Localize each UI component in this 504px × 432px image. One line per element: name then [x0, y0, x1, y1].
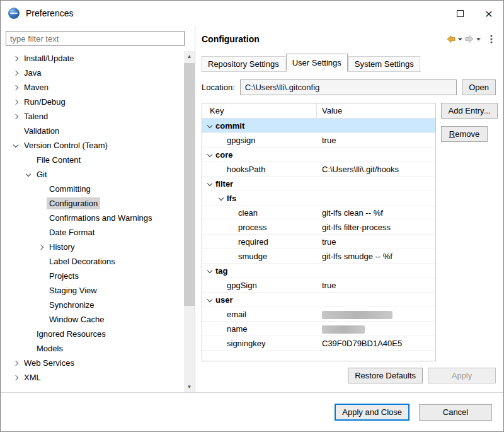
tree-item-history[interactable]: History	[6, 240, 184, 254]
cancel-button[interactable]: Cancel	[419, 404, 492, 421]
scroll-down-icon[interactable]: ▼	[184, 382, 195, 392]
chevron-spacer	[227, 251, 238, 262]
tree-item-models[interactable]: Models	[6, 341, 184, 356]
tab-repository-settings[interactable]: Repository Settings	[202, 56, 285, 71]
config-row-required[interactable]: required true	[202, 235, 435, 249]
tree-item-talend[interactable]: Talend	[6, 109, 184, 124]
tree-item-configuration[interactable]: Configuration	[6, 196, 184, 211]
config-key: smudge	[238, 252, 267, 261]
forward-history-dropdown[interactable]	[475, 33, 482, 45]
add-entry-button[interactable]: Add Entry...	[441, 103, 498, 119]
preferences-sidebar: Install/Update Java Maven Run/Debug Tale…	[1, 26, 195, 392]
column-header-key[interactable]: Key	[202, 103, 317, 118]
location-label: Location:	[202, 83, 235, 92]
back-history-dropdown[interactable]	[457, 33, 464, 45]
tree-item-committing[interactable]: Committing	[6, 182, 184, 196]
chevron-right-icon[interactable]	[11, 111, 21, 122]
config-row-signingkey[interactable]: signingkey C39F0D79BD1A40E5	[202, 336, 435, 351]
apply-button[interactable]: Apply	[428, 368, 496, 383]
scrollbar-track[interactable]	[184, 62, 195, 382]
tree-item-git[interactable]: Git	[6, 167, 184, 182]
scroll-up-icon[interactable]: ▲	[184, 51, 195, 62]
tree-item-projects[interactable]: Projects	[6, 269, 184, 283]
tab-system-settings[interactable]: System Settings	[348, 56, 420, 71]
location-input[interactable]	[240, 79, 457, 95]
config-table-header[interactable]: Key Value	[202, 103, 435, 119]
chevron-spacer	[36, 256, 47, 267]
config-row-lfs[interactable]: lfs	[202, 191, 435, 206]
tree-item-window-cache[interactable]: Window Cache	[6, 312, 184, 327]
config-row-email[interactable]: email	[202, 307, 435, 322]
chevron-down-icon[interactable]	[216, 193, 227, 204]
remove-button[interactable]: Remove	[441, 126, 488, 142]
open-button[interactable]: Open	[462, 79, 496, 95]
tree-item-label-selected: Configuration	[47, 197, 100, 209]
view-menu-button[interactable]	[487, 33, 496, 45]
chevron-down-icon[interactable]	[205, 178, 215, 189]
chevron-down-icon[interactable]	[205, 120, 215, 131]
maximize-button[interactable]	[445, 1, 474, 26]
tree-item-version-control[interactable]: Version Control (Team)	[6, 138, 184, 153]
tree-item-date-format[interactable]: Date Format	[6, 225, 184, 240]
chevron-down-icon[interactable]	[11, 140, 21, 151]
config-value: git-lfs clean -- %f	[317, 208, 435, 218]
config-row-tag-gpgsign[interactable]: gpgSign true	[202, 278, 435, 293]
config-row-gpgsign[interactable]: gpgsign true	[202, 133, 435, 148]
tree-item-xml[interactable]: XML	[6, 370, 184, 385]
config-row-name[interactable]: name	[202, 322, 435, 336]
filter-input[interactable]	[6, 31, 185, 46]
tree-item-java[interactable]: Java	[6, 66, 184, 80]
chevron-spacer	[23, 155, 34, 165]
tree-item-label: History	[47, 241, 77, 253]
tree-item-synchronize[interactable]: Synchronize	[6, 298, 184, 312]
config-value: true	[317, 237, 435, 247]
close-button[interactable]: ×	[474, 1, 503, 26]
scrollbar-thumb[interactable]	[184, 63, 195, 306]
tree-item-install-update[interactable]: Install/Update	[6, 51, 184, 66]
tree-item-ignored-resources[interactable]: Ignored Resources	[6, 327, 184, 341]
tree-item-web-services[interactable]: Web Services	[6, 356, 184, 370]
chevron-down-icon[interactable]	[205, 295, 215, 305]
chevron-right-icon[interactable]	[11, 96, 21, 107]
config-table: Key Value commit gpgsign true core	[202, 103, 436, 361]
chevron-spacer	[36, 227, 47, 238]
chevron-down-icon[interactable]	[23, 169, 34, 180]
column-header-value[interactable]: Value	[317, 103, 435, 118]
apply-and-close-button[interactable]: Apply and Close	[335, 404, 410, 421]
eclipse-app-icon	[8, 8, 20, 19]
chevron-right-icon[interactable]	[11, 53, 21, 64]
chevron-down-icon[interactable]	[205, 149, 215, 160]
config-row-commit[interactable]: commit	[202, 119, 435, 133]
tree-item-staging-view[interactable]: Staging View	[6, 283, 184, 298]
tree-item-confirmations[interactable]: Confirmations and Warnings	[6, 211, 184, 225]
config-value: C39F0D79BD1A40E5	[317, 339, 435, 348]
tree-scrollbar[interactable]: ▲ ▼	[184, 51, 195, 392]
tree-item-maven[interactable]: Maven	[6, 80, 184, 95]
forward-button[interactable]	[464, 33, 475, 45]
restore-defaults-button[interactable]: Restore Defaults	[348, 368, 423, 383]
tree-item-label: Git	[34, 168, 50, 180]
chevron-right-icon[interactable]	[11, 372, 21, 383]
config-row-filter[interactable]: filter	[202, 177, 435, 191]
tree-item-file-content[interactable]: File Content	[6, 153, 184, 167]
tree-item-validation[interactable]: Validation	[6, 124, 184, 138]
chevron-spacer	[36, 300, 47, 310]
chevron-down-icon[interactable]	[205, 266, 215, 276]
tree-item-label: Java	[21, 67, 43, 79]
config-row-smudge[interactable]: smudge git-lfs smudge -- %f	[202, 249, 435, 264]
config-row-process[interactable]: process git-lfs filter-process	[202, 220, 435, 235]
back-button[interactable]	[445, 33, 457, 45]
chevron-right-icon[interactable]	[11, 82, 21, 93]
tree-item-label-decorations[interactable]: Label Decorations	[6, 254, 184, 269]
tree-item-run-debug[interactable]: Run/Debug	[6, 95, 184, 109]
config-row-core[interactable]: core	[202, 148, 435, 162]
config-row-clean[interactable]: clean git-lfs clean -- %f	[202, 206, 435, 220]
config-key: gpgSign	[227, 281, 257, 290]
config-row-hookspath[interactable]: hooksPath C:\Users\lli\.git/hooks	[202, 162, 435, 177]
chevron-right-icon[interactable]	[11, 358, 21, 368]
chevron-right-icon[interactable]	[36, 242, 47, 252]
config-row-user[interactable]: user	[202, 293, 435, 307]
chevron-right-icon[interactable]	[11, 67, 21, 78]
config-row-tag[interactable]: tag	[202, 264, 435, 278]
tab-user-settings[interactable]: User Settings	[286, 54, 348, 72]
